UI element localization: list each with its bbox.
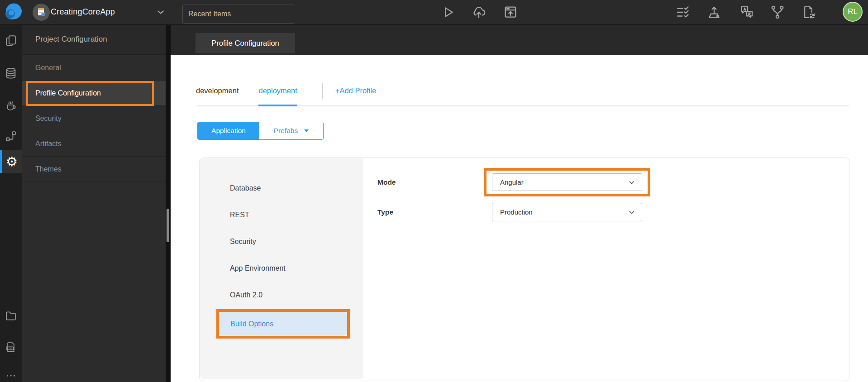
- tabs-divider: [322, 83, 323, 99]
- sidebar-item-profile-configuration[interactable]: Profile Configuration: [22, 81, 166, 106]
- sidebar-item-security[interactable]: Security: [22, 106, 166, 131]
- sidebar-item-general[interactable]: General: [22, 55, 166, 81]
- nav-item-build-options[interactable]: Build Options: [200, 308, 363, 335]
- prefabs-toggle-button[interactable]: Prefabs: [259, 122, 323, 139]
- tab-development[interactable]: development: [196, 76, 238, 105]
- type-select[interactable]: Production: [492, 203, 642, 221]
- page-tab-profile-configuration[interactable]: Profile Configuration: [196, 33, 295, 53]
- wavemaker-logo-icon[interactable]: [5, 3, 23, 21]
- run-play-icon[interactable]: [440, 5, 456, 20]
- main-area: Profile Configuration development deploy…: [171, 24, 868, 382]
- topbar-divider: [832, 4, 832, 20]
- profile-settings-panel: Database REST Security App Environment O…: [199, 158, 849, 381]
- build-options-selected-pill[interactable]: Build Options: [219, 312, 347, 336]
- prefabs-caret-down-icon: [304, 129, 309, 132]
- page-tab-strip: Profile Configuration: [171, 24, 868, 55]
- icon-rail: ⚙ LOG: [0, 24, 22, 382]
- nav-item-rest[interactable]: REST: [200, 201, 363, 228]
- highlight-box-mode-select: Angular: [484, 168, 650, 196]
- sidebar-item-themes[interactable]: Themes: [22, 157, 166, 182]
- user-avatar[interactable]: RL: [843, 2, 863, 22]
- database-icon[interactable]: [0, 67, 22, 80]
- folder-icon[interactable]: [0, 309, 22, 322]
- settings-nav-panel: Database REST Security App Environment O…: [200, 158, 363, 379]
- sidebar-title: Project Configuration: [22, 24, 166, 55]
- svg-text:LOG: LOG: [7, 347, 12, 350]
- pages-icon[interactable]: [0, 34, 22, 47]
- profile-tabs: development deployment +Add Profile: [196, 76, 849, 106]
- settings-gear-item[interactable]: ⚙: [0, 150, 22, 173]
- export-deploy-icon[interactable]: [706, 5, 722, 20]
- application-toggle-button[interactable]: Application: [198, 122, 259, 139]
- nav-item-oauth[interactable]: OAuth 2.0: [200, 282, 363, 308]
- highlight-box-build-options: Build Options: [216, 309, 350, 339]
- topbar-shadow: [0, 24, 868, 25]
- tab-deployment[interactable]: deployment: [258, 76, 297, 105]
- scope-toggle: Application Prefabs: [197, 122, 324, 140]
- app-screen: CreatingCoreApp: [0, 0, 868, 382]
- chevron-down-icon: [628, 178, 636, 186]
- file-sync-icon[interactable]: [801, 5, 816, 20]
- type-row: Type Production: [377, 203, 650, 221]
- more-dots-icon[interactable]: [0, 369, 22, 382]
- app-switcher-chevron-icon[interactable]: [156, 8, 166, 17]
- build-options-form: Mode Angular Type Production: [377, 168, 650, 221]
- sidebar-scrollbar-thumb[interactable]: [167, 209, 169, 242]
- sidebar-item-artifacts[interactable]: Artifacts: [22, 131, 166, 157]
- topbar: CreatingCoreApp: [0, 0, 868, 24]
- translate-chat-icon[interactable]: [739, 5, 754, 20]
- chevron-down-icon: [628, 208, 636, 216]
- main-content: development deployment +Add Profile Appl…: [171, 55, 868, 382]
- nav-item-database[interactable]: Database: [200, 175, 363, 201]
- mode-row: Mode Angular: [377, 168, 650, 196]
- type-label: Type: [377, 208, 492, 216]
- sidebar-scrollbar-track: [166, 24, 171, 382]
- cloud-deploy-icon[interactable]: [471, 5, 486, 20]
- project-avatar-icon[interactable]: [33, 4, 50, 21]
- mode-label: Mode: [377, 178, 484, 186]
- app-name[interactable]: CreatingCoreApp: [51, 0, 115, 24]
- queue-checklist-icon[interactable]: [676, 5, 691, 20]
- mode-select[interactable]: Angular: [492, 173, 642, 191]
- settings-gear-icon: ⚙: [6, 155, 18, 168]
- preview-window-icon[interactable]: [503, 5, 518, 20]
- branch-share-icon[interactable]: [770, 5, 785, 20]
- nav-item-security[interactable]: Security: [200, 228, 363, 255]
- api-orchestration-icon[interactable]: [0, 130, 22, 143]
- java-services-icon[interactable]: [0, 99, 22, 112]
- logs-icon[interactable]: LOG: [0, 341, 22, 353]
- recent-items-input[interactable]: [182, 5, 294, 24]
- settings-sidebar: Project Configuration General Profile Co…: [22, 24, 166, 382]
- add-profile-button[interactable]: +Add Profile: [335, 86, 376, 95]
- nav-item-app-environment[interactable]: App Environment: [200, 255, 363, 282]
